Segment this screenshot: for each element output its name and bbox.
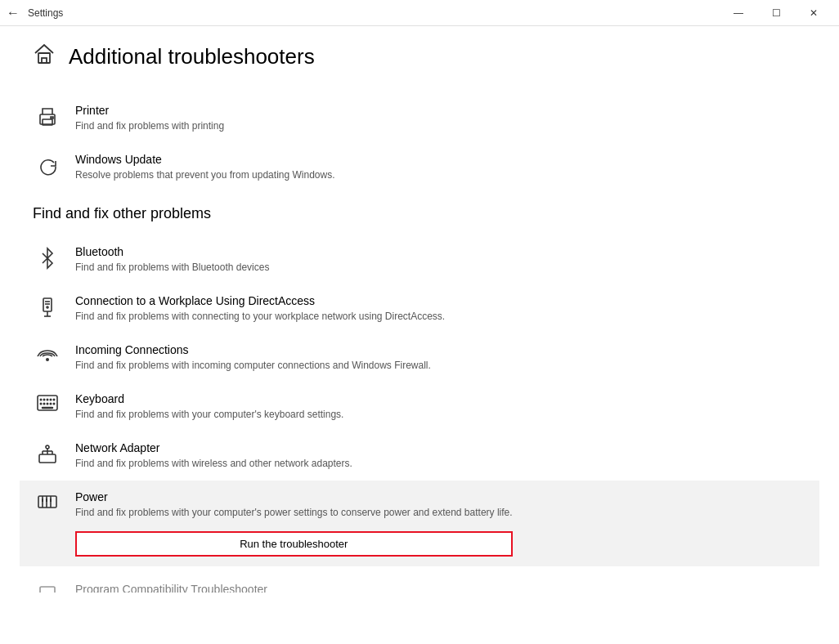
printer-desc: Find and fix problems with printing	[75, 119, 224, 133]
bluetooth-item[interactable]: Bluetooth Find and fix problems with Blu…	[33, 235, 806, 284]
window-controls: — ☐ ✕	[720, 0, 832, 26]
program-compat-text: Program Compatibility Troubleshooter	[75, 583, 267, 593]
directaccess-text: Connection to a Workplace Using DirectAc…	[75, 294, 445, 324]
svg-rect-35	[42, 499, 43, 502]
minimize-button[interactable]: —	[720, 0, 757, 26]
svg-rect-4	[51, 117, 53, 119]
keyboard-desc: Find and fix problems with your computer…	[75, 407, 343, 422]
title-bar: ← Settings — ☐ ✕	[0, 0, 839, 26]
svg-rect-38	[40, 587, 55, 593]
svg-rect-1	[42, 58, 47, 63]
close-button[interactable]: ✕	[795, 0, 832, 26]
svg-point-10	[47, 306, 48, 308]
directaccess-title: Connection to a Workplace Using DirectAc…	[75, 294, 445, 307]
windows-update-icon	[33, 154, 62, 177]
section-heading: Find and fix other problems	[33, 205, 806, 222]
network-adapter-title: Network Adapter	[75, 441, 352, 454]
run-troubleshooter-button[interactable]: Run the troubleshooter	[75, 531, 513, 557]
printer-title: Printer	[75, 104, 224, 117]
svg-rect-36	[46, 499, 47, 502]
keyboard-text: Keyboard Find and fix problems with your…	[75, 392, 343, 422]
power-icon	[33, 492, 62, 512]
page-heading: Additional troubleshooters	[33, 42, 806, 71]
svg-rect-5	[43, 298, 52, 311]
incoming-connections-item[interactable]: Incoming Connections Find and fix proble…	[33, 333, 806, 382]
page-title: Additional troubleshooters	[69, 44, 315, 69]
window-title: Settings	[28, 7, 720, 19]
windows-update-desc: Resolve problems that prevent you from u…	[75, 168, 335, 182]
keyboard-item[interactable]: Keyboard Find and fix problems with your…	[33, 382, 806, 432]
svg-point-30	[46, 445, 49, 449]
windows-update-text: Windows Update Resolve problems that pre…	[75, 153, 335, 182]
incoming-connections-title: Incoming Connections	[75, 343, 431, 356]
maximize-button[interactable]: ☐	[757, 0, 795, 26]
keyboard-title: Keyboard	[75, 392, 343, 405]
incoming-connections-icon	[33, 345, 62, 368]
home-icon	[33, 42, 56, 71]
power-item[interactable]: Power Find and fix problems with your co…	[20, 481, 819, 566]
network-adapter-item[interactable]: Network Adapter Find and fix problems wi…	[33, 432, 806, 481]
directaccess-desc: Find and fix problems with connecting to…	[75, 309, 445, 324]
svg-rect-24	[39, 454, 56, 463]
directaccess-item[interactable]: Connection to a Workplace Using DirectAc…	[33, 284, 806, 333]
main-content: Additional troubleshooters Printer Find …	[0, 26, 839, 644]
bluetooth-desc: Find and fix problems with Bluetooth dev…	[75, 260, 269, 275]
content-area[interactable]: Additional troubleshooters Printer Find …	[0, 26, 839, 644]
program-compat-icon	[33, 584, 62, 593]
back-button[interactable]: ←	[7, 6, 20, 20]
svg-rect-31	[38, 496, 56, 508]
network-adapter-text: Network Adapter Find and fix problems wi…	[75, 441, 352, 471]
network-adapter-desc: Find and fix problems with wireless and …	[75, 456, 352, 471]
incoming-connections-text: Incoming Connections Find and fix proble…	[75, 343, 431, 373]
program-compat-item[interactable]: Program Compatibility Troubleshooter	[33, 573, 806, 593]
printer-text: Printer Find and fix problems with print…	[75, 104, 224, 133]
bluetooth-title: Bluetooth	[75, 245, 269, 258]
keyboard-icon	[33, 394, 62, 412]
incoming-connections-desc: Find and fix problems with incoming comp…	[75, 358, 431, 373]
windows-update-title: Windows Update	[75, 153, 335, 166]
svg-point-11	[46, 358, 49, 361]
directaccess-icon	[33, 296, 62, 319]
windows-update-item[interactable]: Windows Update Resolve problems that pre…	[33, 143, 806, 192]
svg-rect-37	[50, 499, 52, 502]
printer-item[interactable]: Printer Find and fix problems with print…	[33, 94, 806, 143]
bluetooth-icon	[33, 247, 62, 270]
network-adapter-icon	[33, 443, 62, 466]
power-desc: Find and fix problems with your computer…	[75, 505, 513, 520]
power-text: Power Find and fix problems with your co…	[75, 490, 513, 557]
power-title: Power	[75, 490, 513, 503]
bluetooth-text: Bluetooth Find and fix problems with Blu…	[75, 245, 269, 275]
printer-icon	[33, 105, 62, 128]
program-compat-title: Program Compatibility Troubleshooter	[75, 583, 267, 593]
